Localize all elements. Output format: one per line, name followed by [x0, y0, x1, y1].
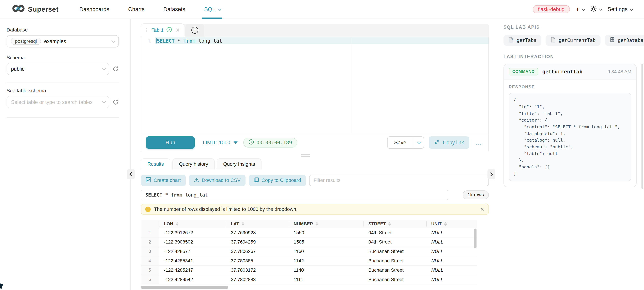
column-header-lon[interactable]: LON — [159, 220, 226, 228]
copy-to-clipboard-button[interactable]: Copy to Clipboard — [249, 175, 306, 186]
query-tab-title: Tab 1 — [152, 27, 164, 33]
table-row[interactable]: 1 -122.3912672 37.7690928 1550 04th Stre… — [141, 228, 477, 238]
table-row[interactable]: 2 -122.3908502 37.7694259 1505 04th Stre… — [141, 238, 477, 247]
save-options-button[interactable] — [413, 137, 424, 148]
sort-icon[interactable] — [242, 222, 244, 226]
executed-query-preview[interactable]: SELECT * from long_lat — [141, 190, 448, 200]
superset-sql-lab-window: Superset Dashboards Charts Datasets SQL … — [0, 0, 644, 290]
editor-toolbar: Run LIMIT: 1000 00:00:00.189 — [141, 134, 488, 151]
sort-icon[interactable] — [444, 222, 447, 226]
sql-lab-api-panel: SQL LAB APIS getTabs getCurrentTab — [496, 19, 644, 290]
nav-sql[interactable]: SQL — [195, 0, 230, 19]
table-row[interactable]: 4 -122.4285341 37.780385 1142 Buchanan S… — [141, 256, 477, 266]
refresh-schema-icon[interactable] — [112, 66, 119, 72]
new-item-button[interactable]: + — [576, 6, 584, 13]
results-table: LON LAT NUMBER STREET UNIT 1 -122.391267… — [141, 220, 477, 285]
table-select[interactable]: Select table or type to search tables — [6, 96, 109, 108]
chevron-down-icon — [599, 8, 602, 10]
sort-icon[interactable] — [176, 222, 178, 226]
limit-dropdown[interactable]: LIMIT: 1000 — [203, 140, 238, 146]
table-row[interactable]: 3 -122.428577 37.7806267 1160 Buchanan S… — [141, 247, 477, 256]
chevron-down-icon — [102, 99, 106, 103]
clock-icon — [248, 139, 254, 146]
query-timer: 00:00:00.189 — [243, 138, 297, 148]
results-table-header: LON LAT NUMBER STREET UNIT — [141, 220, 477, 228]
table-schema-label: See table schema — [6, 88, 119, 93]
table-vertical-scrollbar[interactable] — [474, 229, 476, 248]
close-tab-icon[interactable]: ✕ — [176, 27, 180, 33]
settings-menu[interactable]: Settings — [608, 6, 632, 12]
tab-query-history[interactable]: Query history — [172, 158, 215, 169]
sort-icon[interactable] — [388, 222, 391, 226]
get-databases-button[interactable]: getDatabases — [605, 35, 644, 46]
row-number-header — [141, 220, 159, 228]
nav-charts[interactable]: Charts — [119, 0, 154, 19]
success-check-icon — [166, 27, 172, 33]
run-query-button[interactable]: Run — [146, 136, 194, 149]
command-badge: COMMAND — [509, 68, 538, 76]
collapse-right-panel-button[interactable] — [488, 169, 495, 179]
copy-link-button[interactable]: Copy link — [429, 136, 469, 149]
save-split-button: Save — [387, 136, 424, 149]
column-header-unit[interactable]: UNIT — [426, 220, 477, 228]
chevron-down-icon — [630, 8, 633, 10]
add-tab-button[interactable]: + — [185, 24, 204, 36]
more-actions-button[interactable]: ... — [474, 139, 484, 146]
nav-datasets[interactable]: Datasets — [154, 0, 195, 19]
sort-icon[interactable] — [316, 222, 318, 226]
save-button[interactable]: Save — [388, 137, 413, 148]
query-tabstrip: ⋮ Tab 1 ✕ + — [141, 24, 489, 36]
collapse-sidebar-button[interactable] — [127, 169, 135, 179]
sql-editor-main: ⋮ Tab 1 ✕ + 1 — [130, 19, 496, 290]
table-row[interactable]: 6 -122.4289542 37.7802883 1111 Buchanan … — [141, 275, 477, 285]
results-tabbar: Results Query history Query Insights — [141, 158, 489, 169]
column-header-street[interactable]: STREET — [364, 220, 426, 228]
dismiss-warning-icon[interactable]: ✕ — [480, 207, 484, 212]
download-csv-button[interactable]: Download to CSV — [189, 175, 246, 186]
chevron-down-icon — [102, 66, 106, 70]
chart-icon — [146, 177, 151, 184]
chevron-down-icon — [218, 7, 222, 10]
cabinet-icon — [610, 37, 615, 44]
command-timestamp: 9:34:48 AM — [608, 69, 631, 74]
sql-code-editor[interactable]: 1 SELECT * from long_lat — [141, 36, 488, 134]
response-json-box: { "id": "1", "title": "Tab 1", "editor":… — [509, 93, 631, 181]
copy-icon — [254, 177, 259, 184]
chevron-left-icon — [130, 172, 134, 176]
tab-query-insights[interactable]: Query Insights — [217, 158, 262, 169]
table-row[interactable]: 5 -122.4285247 37.7803172 1140 Buchanan … — [141, 266, 477, 275]
print-margin-line — [351, 36, 351, 134]
schema-select[interactable]: public — [6, 63, 109, 75]
tab-results[interactable]: Results — [141, 158, 170, 169]
table-horizontal-scrollbar[interactable] — [141, 286, 477, 289]
sidebar-divider — [6, 82, 119, 83]
filter-results-input[interactable] — [309, 175, 489, 186]
response-label: RESPONSE — [509, 84, 631, 89]
window-scrollbar[interactable] — [642, 64, 643, 189]
superset-logo[interactable]: Superset — [12, 4, 58, 14]
panel-resize-handle[interactable] — [301, 154, 310, 157]
table-select-placeholder: Select table or type to search tables — [11, 99, 92, 105]
column-header-number[interactable]: NUMBER — [289, 220, 364, 228]
download-icon — [194, 177, 199, 184]
last-interaction-card: COMMAND getCurrentTab 9:34:48 AM RESPONS… — [504, 64, 636, 187]
create-chart-button[interactable]: Create chart — [141, 175, 186, 186]
row-count-badge: 1k rows — [463, 191, 489, 200]
link-icon — [434, 139, 440, 146]
sql-editor-card: 1 SELECT * from long_lat Run LIMIT: 1000 — [141, 36, 489, 151]
database-engine-tag: postgresql — [11, 38, 41, 45]
get-current-tab-button[interactable]: getCurrentTab — [546, 35, 601, 46]
get-tabs-button[interactable]: getTabs — [504, 35, 542, 46]
chevron-right-icon — [489, 172, 493, 176]
chevron-down-icon — [582, 8, 585, 10]
drag-handle-icon[interactable]: ⋮ — [144, 28, 149, 32]
results-panel: Create chart Download to CSV Copy to Cli… — [141, 169, 489, 289]
response-json: { "id": "1", "title": "Tab 1", "editor":… — [514, 97, 626, 177]
database-select[interactable]: postgresql examples — [6, 35, 119, 47]
column-header-lat[interactable]: LAT — [226, 220, 289, 228]
nav-dashboards[interactable]: Dashboards — [70, 0, 118, 19]
environment-tag: flask-debug — [533, 5, 570, 13]
query-tab-1[interactable]: ⋮ Tab 1 ✕ — [141, 24, 184, 36]
theme-toggle-button[interactable] — [590, 5, 602, 13]
refresh-tables-icon[interactable] — [112, 99, 119, 105]
